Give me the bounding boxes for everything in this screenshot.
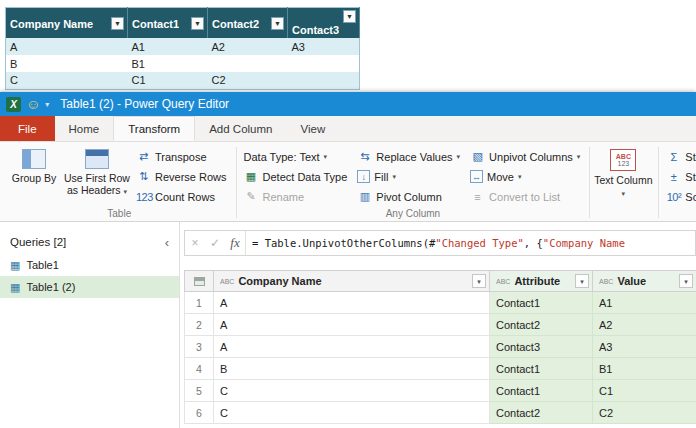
tab-view[interactable]: View (287, 116, 340, 141)
grid-cell-company[interactable]: C (214, 402, 490, 424)
excel-cell[interactable] (288, 55, 360, 72)
fx-add-step-button[interactable]: fx (225, 235, 245, 251)
grid-cell-company[interactable]: B (214, 358, 490, 380)
excel-cell[interactable]: A1 (128, 38, 208, 55)
smiley-feedback-icon[interactable]: ☺ (26, 97, 40, 111)
data-type-label: Data Type: Text (244, 151, 320, 163)
grid-cell-attribute[interactable]: Contact1 (490, 292, 593, 314)
grid-cell-value[interactable]: C1 (593, 380, 696, 402)
dropdown-caret-icon: ▾ (392, 173, 396, 181)
pivot-column-button[interactable]: ▥ Pivot Column (353, 187, 464, 206)
grid-cell-value[interactable]: B1 (593, 358, 696, 380)
grid-cell-company[interactable]: A (214, 314, 490, 336)
excel-cell[interactable]: C (6, 72, 128, 89)
excel-cell[interactable]: A3 (288, 38, 360, 55)
fill-button[interactable]: ↓ Fill ▾ (353, 167, 464, 186)
excel-cell[interactable] (288, 72, 360, 89)
grid-cell-attribute[interactable]: Contact1 (490, 380, 593, 402)
query-item-table1-2[interactable]: ▦ Table1 (2) (0, 276, 179, 298)
tab-file[interactable]: File (0, 116, 55, 141)
dropdown-caret-icon: ▾ (577, 153, 581, 161)
standard-button[interactable]: ± Stand (662, 167, 696, 186)
tab-home[interactable]: Home (55, 116, 114, 141)
formula-input[interactable]: = Table.UnpivotOtherColumns(#"Changed Ty… (245, 231, 695, 255)
excel-cell[interactable]: B (6, 55, 128, 72)
column-filter-button[interactable]: ▾ (679, 274, 693, 288)
group-by-button[interactable]: Group By (6, 146, 62, 206)
reverse-rows-button[interactable]: ⇅ Reverse Rows (132, 167, 231, 186)
screen: ▼ Company Name ▼ Contact1 ▼ Contact2 ▼ C… (0, 0, 696, 428)
use-first-row-button[interactable]: Use First Row as Headers ▾ (64, 146, 130, 206)
row-number[interactable]: 6 (184, 402, 214, 424)
grid-cell-value[interactable]: A3 (593, 336, 696, 358)
grid-cell-attribute[interactable]: Contact3 (490, 336, 593, 358)
excel-cell[interactable]: B1 (128, 55, 208, 72)
replace-values-button[interactable]: ⇆ Replace Values ▾ (353, 147, 464, 166)
excel-cell[interactable]: C2 (208, 72, 288, 89)
grid-cell-value[interactable]: C2 (593, 402, 696, 424)
excel-cell[interactable]: A (6, 38, 128, 55)
rename-button[interactable]: ✎ Rename (240, 187, 352, 206)
row-number[interactable]: 1 (184, 292, 214, 314)
query-item-table1[interactable]: ▦ Table1 (0, 254, 179, 276)
excel-header-label: Contact1 (132, 18, 179, 30)
formula-bar: × ✓ fx = Table.UnpivotOtherColumns(#"Cha… (184, 230, 696, 256)
grid-cell-value[interactable]: A2 (593, 314, 696, 336)
column-header-attribute[interactable]: ABC Attribute ▾ (490, 270, 593, 292)
grid-cell-attribute[interactable]: Contact2 (490, 402, 593, 424)
ribbon-group-table: Group By Use First Row as Headers ▾ ⇄ Tr… (4, 144, 235, 221)
row-number[interactable]: 3 (184, 336, 214, 358)
excel-header-contact3[interactable]: ▼ Contact3 (288, 8, 360, 39)
tab-add-column[interactable]: Add Column (195, 116, 286, 141)
grid-cell-company[interactable]: C (214, 380, 490, 402)
data-type-button[interactable]: Data Type: Text ▾ (240, 147, 352, 166)
excel-header-contact1[interactable]: ▼ Contact1 (128, 8, 208, 39)
pivot-column-icon: ▥ (357, 190, 372, 203)
excel-header-contact2[interactable]: ▼ Contact2 (208, 8, 288, 39)
column-filter-button[interactable]: ▾ (575, 274, 589, 288)
transpose-button[interactable]: ⇄ Transpose (132, 147, 231, 166)
grid-cell-company[interactable]: A (214, 336, 490, 358)
cancel-formula-button[interactable]: × (185, 236, 205, 250)
column-header-value[interactable]: ABC Value ▾ (593, 270, 696, 292)
table-row: 3 A Contact3 A3 (184, 336, 696, 358)
convert-to-list-button[interactable]: ≡ Convert to List (466, 187, 584, 206)
quick-access-caret-icon[interactable]: ▾ (45, 100, 49, 109)
filter-button[interactable]: ▼ (271, 17, 284, 30)
statistics-button[interactable]: Σ Statis (662, 147, 696, 166)
excel-cell[interactable]: C1 (128, 72, 208, 89)
select-all-corner[interactable] (184, 270, 214, 292)
tab-transform[interactable]: Transform (113, 116, 195, 141)
row-number[interactable]: 5 (184, 380, 214, 402)
grid-cell-value[interactable]: A1 (593, 292, 696, 314)
row-number[interactable]: 4 (184, 358, 214, 380)
table-row: 6 C Contact2 C2 (184, 402, 696, 424)
unpivot-columns-button[interactable]: ▧ Unpivot Columns ▾ (466, 147, 584, 166)
group-by-label: Group By (12, 172, 56, 184)
grid-cell-company[interactable]: A (214, 292, 490, 314)
filter-button[interactable]: ▼ (343, 10, 356, 23)
column-header-company-name[interactable]: ABC Company Name ▾ (214, 270, 490, 292)
scientific-button[interactable]: 10² Scien (662, 187, 696, 206)
row-number[interactable]: 2 (184, 314, 214, 336)
filter-button[interactable]: ▼ (191, 17, 204, 30)
fill-label: Fill (374, 171, 388, 183)
detect-data-type-button[interactable]: ▦ Detect Data Type (240, 167, 352, 186)
text-column-button[interactable]: ABC 123 Text Column ▾ (593, 146, 653, 206)
formula-text: , { (524, 237, 543, 249)
excel-worksheet-area: ▼ Company Name ▼ Contact1 ▼ Contact2 ▼ C… (0, 0, 696, 92)
grid-cell-attribute[interactable]: Contact2 (490, 314, 593, 336)
collapse-pane-button[interactable]: ‹ (161, 235, 173, 250)
queries-pane-title: Queries [2] (10, 236, 66, 248)
count-rows-button[interactable]: 123 Count Rows (132, 187, 231, 206)
excel-cell[interactable] (208, 55, 288, 72)
excel-cell[interactable]: A2 (208, 38, 288, 55)
move-button[interactable]: ↔ Move ▾ (466, 167, 584, 186)
filter-button[interactable]: ▼ (111, 17, 124, 30)
pq-titlebar[interactable]: X ☺ ▾ Table1 (2) - Power Query Editor (0, 92, 696, 116)
grid-cell-attribute[interactable]: Contact1 (490, 358, 593, 380)
commit-formula-button[interactable]: ✓ (205, 236, 225, 250)
excel-header-company-name[interactable]: ▼ Company Name (6, 8, 128, 39)
column-filter-button[interactable]: ▾ (472, 274, 486, 288)
first-row-headers-icon (85, 149, 109, 169)
